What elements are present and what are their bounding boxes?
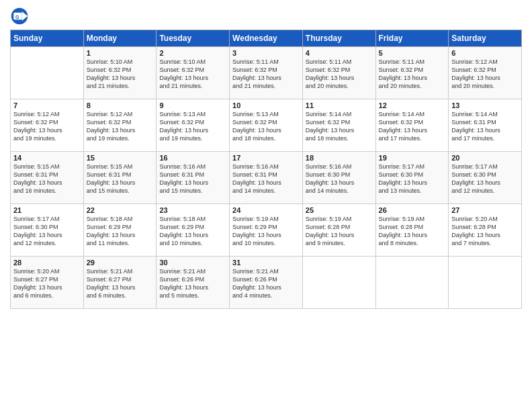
- logo-icon: G: [10, 7, 29, 26]
- cell-content: Sunrise: 5:10 AM Sunset: 6:32 PM Dayligh…: [87, 58, 154, 91]
- day-number: 21: [13, 206, 81, 214]
- calendar-table: SundayMondayTuesdayWednesdayThursdayFrid…: [10, 30, 522, 309]
- calendar-cell: [449, 257, 522, 309]
- cell-content: Sunrise: 5:16 AM Sunset: 6:31 PM Dayligh…: [159, 163, 226, 195]
- day-number: 6: [451, 49, 519, 57]
- cell-content: Sunrise: 5:17 AM Sunset: 6:30 PM Dayligh…: [379, 163, 446, 195]
- cell-content: Sunrise: 5:12 AM Sunset: 6:32 PM Dayligh…: [13, 110, 81, 143]
- day-number: 7: [13, 101, 81, 109]
- day-number: 10: [232, 101, 300, 109]
- cell-content: Sunrise: 5:17 AM Sunset: 6:30 PM Dayligh…: [451, 163, 519, 195]
- cell-content: Sunrise: 5:14 AM Sunset: 6:31 PM Dayligh…: [451, 110, 519, 143]
- calendar-cell: 31Sunrise: 5:21 AM Sunset: 6:26 PM Dayli…: [230, 257, 303, 309]
- day-number: 26: [379, 206, 446, 214]
- day-number: 23: [159, 206, 226, 214]
- day-number: 19: [379, 154, 446, 162]
- week-row-4: 28Sunrise: 5:20 AM Sunset: 6:27 PM Dayli…: [11, 257, 522, 309]
- calendar-cell: 18Sunrise: 5:16 AM Sunset: 6:30 PM Dayli…: [302, 152, 375, 204]
- calendar-cell: 17Sunrise: 5:16 AM Sunset: 6:31 PM Dayli…: [230, 152, 303, 204]
- calendar-cell: 20Sunrise: 5:17 AM Sunset: 6:30 PM Dayli…: [449, 152, 522, 204]
- day-number: 29: [87, 259, 154, 267]
- calendar-cell: 24Sunrise: 5:19 AM Sunset: 6:29 PM Dayli…: [230, 204, 303, 257]
- calendar-cell: 5Sunrise: 5:11 AM Sunset: 6:32 PM Daylig…: [375, 47, 449, 99]
- cell-content: Sunrise: 5:21 AM Sunset: 6:26 PM Dayligh…: [159, 267, 226, 300]
- day-number: 25: [306, 206, 373, 214]
- cell-content: Sunrise: 5:20 AM Sunset: 6:28 PM Dayligh…: [451, 215, 519, 248]
- day-number: 13: [451, 101, 519, 109]
- cell-content: Sunrise: 5:16 AM Sunset: 6:31 PM Dayligh…: [232, 163, 300, 195]
- cell-content: Sunrise: 5:16 AM Sunset: 6:30 PM Dayligh…: [306, 163, 373, 195]
- header-cell-wednesday: Wednesday: [230, 30, 303, 47]
- calendar-cell: [375, 257, 449, 309]
- calendar-cell: 3Sunrise: 5:11 AM Sunset: 6:32 PM Daylig…: [230, 47, 303, 99]
- week-row-3: 21Sunrise: 5:17 AM Sunset: 6:30 PM Dayli…: [11, 204, 522, 257]
- calendar-cell: 23Sunrise: 5:18 AM Sunset: 6:29 PM Dayli…: [157, 204, 230, 257]
- cell-content: Sunrise: 5:13 AM Sunset: 6:32 PM Dayligh…: [159, 110, 226, 143]
- header-cell-tuesday: Tuesday: [157, 30, 230, 47]
- svg-text:G: G: [15, 15, 19, 19]
- day-number: 11: [306, 101, 373, 109]
- cell-content: Sunrise: 5:11 AM Sunset: 6:32 PM Dayligh…: [306, 58, 373, 91]
- header-cell-friday: Friday: [375, 30, 449, 47]
- day-number: 16: [159, 154, 226, 162]
- header-cell-monday: Monday: [83, 30, 157, 47]
- cell-content: Sunrise: 5:21 AM Sunset: 6:27 PM Dayligh…: [87, 267, 154, 300]
- calendar-container: G SundayMondayTuesdayWednesdayThursdayFr…: [0, 0, 532, 316]
- day-number: 30: [159, 259, 226, 267]
- calendar-cell: 2Sunrise: 5:10 AM Sunset: 6:32 PM Daylig…: [157, 47, 230, 99]
- day-number: 27: [451, 206, 519, 214]
- cell-content: Sunrise: 5:18 AM Sunset: 6:29 PM Dayligh…: [87, 215, 154, 248]
- header: G: [10, 7, 522, 26]
- header-cell-sunday: Sunday: [11, 30, 84, 47]
- day-number: 12: [379, 101, 446, 109]
- calendar-cell: 25Sunrise: 5:19 AM Sunset: 6:28 PM Dayli…: [302, 204, 375, 257]
- day-number: 5: [379, 49, 446, 57]
- day-number: 8: [87, 101, 154, 109]
- week-row-1: 7Sunrise: 5:12 AM Sunset: 6:32 PM Daylig…: [11, 99, 522, 152]
- calendar-cell: 6Sunrise: 5:12 AM Sunset: 6:32 PM Daylig…: [449, 47, 522, 99]
- cell-content: Sunrise: 5:17 AM Sunset: 6:30 PM Dayligh…: [13, 215, 81, 248]
- calendar-cell: 13Sunrise: 5:14 AM Sunset: 6:31 PM Dayli…: [449, 99, 522, 152]
- calendar-cell: 30Sunrise: 5:21 AM Sunset: 6:26 PM Dayli…: [157, 257, 230, 309]
- calendar-cell: 26Sunrise: 5:19 AM Sunset: 6:28 PM Dayli…: [375, 204, 449, 257]
- week-row-0: 1Sunrise: 5:10 AM Sunset: 6:32 PM Daylig…: [11, 47, 522, 99]
- cell-content: Sunrise: 5:11 AM Sunset: 6:32 PM Dayligh…: [379, 58, 446, 91]
- calendar-cell: 14Sunrise: 5:15 AM Sunset: 6:31 PM Dayli…: [11, 152, 84, 204]
- cell-content: Sunrise: 5:15 AM Sunset: 6:31 PM Dayligh…: [13, 163, 81, 195]
- day-number: 28: [13, 259, 81, 267]
- cell-content: Sunrise: 5:18 AM Sunset: 6:29 PM Dayligh…: [159, 215, 226, 248]
- calendar-cell: 29Sunrise: 5:21 AM Sunset: 6:27 PM Dayli…: [83, 257, 157, 309]
- calendar-cell: 1Sunrise: 5:10 AM Sunset: 6:32 PM Daylig…: [83, 47, 157, 99]
- day-number: 9: [159, 101, 226, 109]
- calendar-cell: 10Sunrise: 5:13 AM Sunset: 6:32 PM Dayli…: [230, 99, 303, 152]
- day-number: 4: [306, 49, 373, 57]
- calendar-cell: 16Sunrise: 5:16 AM Sunset: 6:31 PM Dayli…: [157, 152, 230, 204]
- logo: G: [10, 7, 32, 26]
- cell-content: Sunrise: 5:19 AM Sunset: 6:28 PM Dayligh…: [379, 215, 446, 248]
- week-row-2: 14Sunrise: 5:15 AM Sunset: 6:31 PM Dayli…: [11, 152, 522, 204]
- day-number: 20: [451, 154, 519, 162]
- day-number: 1: [87, 49, 154, 57]
- calendar-cell: 7Sunrise: 5:12 AM Sunset: 6:32 PM Daylig…: [11, 99, 84, 152]
- cell-content: Sunrise: 5:10 AM Sunset: 6:32 PM Dayligh…: [159, 58, 226, 91]
- calendar-cell: 11Sunrise: 5:14 AM Sunset: 6:32 PM Dayli…: [302, 99, 375, 152]
- calendar-cell: [302, 257, 375, 309]
- cell-content: Sunrise: 5:15 AM Sunset: 6:31 PM Dayligh…: [87, 163, 154, 195]
- cell-content: Sunrise: 5:19 AM Sunset: 6:29 PM Dayligh…: [232, 215, 300, 248]
- day-number: 15: [87, 154, 154, 162]
- header-cell-thursday: Thursday: [302, 30, 375, 47]
- day-number: 2: [159, 49, 226, 57]
- cell-content: Sunrise: 5:13 AM Sunset: 6:32 PM Dayligh…: [232, 110, 300, 143]
- header-cell-saturday: Saturday: [449, 30, 522, 47]
- day-number: 24: [232, 206, 300, 214]
- calendar-cell: 19Sunrise: 5:17 AM Sunset: 6:30 PM Dayli…: [375, 152, 449, 204]
- cell-content: Sunrise: 5:12 AM Sunset: 6:32 PM Dayligh…: [87, 110, 154, 143]
- day-number: 18: [306, 154, 373, 162]
- calendar-cell: 27Sunrise: 5:20 AM Sunset: 6:28 PM Dayli…: [449, 204, 522, 257]
- day-number: 3: [232, 49, 300, 57]
- day-number: 31: [232, 259, 300, 267]
- day-number: 22: [87, 206, 154, 214]
- calendar-cell: 12Sunrise: 5:14 AM Sunset: 6:32 PM Dayli…: [375, 99, 449, 152]
- calendar-cell: 15Sunrise: 5:15 AM Sunset: 6:31 PM Dayli…: [83, 152, 157, 204]
- calendar-cell: 21Sunrise: 5:17 AM Sunset: 6:30 PM Dayli…: [11, 204, 84, 257]
